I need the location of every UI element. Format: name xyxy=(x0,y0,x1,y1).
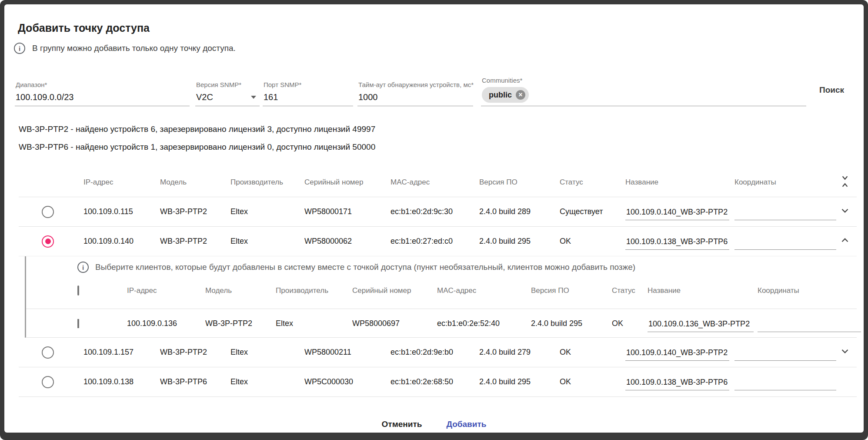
info-icon xyxy=(77,262,89,273)
cell-mac: ec:b1:e0:27:ed:c0 xyxy=(391,237,479,246)
community-chip-text: public xyxy=(489,91,512,100)
add-button[interactable]: Добавить xyxy=(444,418,489,431)
radio-select-ap-checked[interactable] xyxy=(42,235,54,248)
header-ip: IP-адрес xyxy=(127,286,205,295)
clients-header-row: IP-адрес Модель Производитель Серийный н… xyxy=(26,273,857,309)
snmp-port-value[interactable]: 161 xyxy=(264,92,278,102)
cell-ip: 100.109.0.138 xyxy=(83,377,160,386)
ap-name-input[interactable] xyxy=(625,378,729,390)
communities-field[interactable]: Communities* public xyxy=(481,74,806,106)
ap-name-input[interactable] xyxy=(625,237,729,250)
cell-fw: 2.4.0 build 295 xyxy=(531,319,612,328)
radio-select-ap[interactable] xyxy=(42,376,54,388)
cell-serial: WP58000062 xyxy=(304,237,391,246)
radio-select-ap[interactable] xyxy=(42,346,54,359)
radio-select-ap[interactable] xyxy=(42,206,54,218)
cell-ip: 100.109.0.136 xyxy=(127,319,205,328)
chevron-down-icon[interactable] xyxy=(839,205,851,216)
cell-ip: 100.109.0.115 xyxy=(83,207,160,216)
table-row: 100.109.1.157 WB-3P-PTP2 Eltex WP5800021… xyxy=(19,338,857,367)
cell-status: Существует xyxy=(560,207,625,216)
discovery-form: Диапазон* 100.109.0.0/23 Версия SNMP* V2… xyxy=(15,74,848,106)
ap-coords-input[interactable] xyxy=(734,237,836,250)
header-status: Статус xyxy=(560,178,625,187)
header-vendor: Производитель xyxy=(230,178,304,187)
header-vendor: Производитель xyxy=(276,286,352,295)
header-name: Название xyxy=(625,178,734,187)
header-mac: MAC-адрес xyxy=(437,286,531,295)
search-button[interactable]: Поиск xyxy=(819,85,844,95)
summary-line-ptp2: WB-3P-PTP2 - найдено устройств 6, зарезе… xyxy=(19,124,375,134)
ap-coords-input[interactable] xyxy=(734,208,836,220)
header-serial: Серийный номер xyxy=(304,178,391,187)
header-fw: Версия ПО xyxy=(479,178,560,187)
cell-mac: ec:b1:e0:2d:9e:b0 xyxy=(391,348,479,357)
cell-model: WB-3P-PTP2 xyxy=(160,237,230,246)
table-row: 100.109.0.115 WB-3P-PTP2 Eltex WP5800017… xyxy=(19,197,857,227)
cell-status: OK xyxy=(560,237,625,246)
header-status: Статус xyxy=(612,286,648,295)
chevron-up-icon[interactable] xyxy=(839,235,851,246)
snmp-version-label: Версия SNMP* xyxy=(196,81,241,88)
clients-info-row: Выберите клиентов, которые будут добавле… xyxy=(26,256,857,273)
cell-ip: 100.109.1.157 xyxy=(83,348,160,357)
header-model: Модель xyxy=(205,286,276,295)
cell-fw: 2.4.0 build 279 xyxy=(479,348,560,357)
collapse-all-icon[interactable] xyxy=(839,175,857,190)
snmp-version-select[interactable]: Версия SNMP* V2C xyxy=(195,74,260,106)
range-value[interactable]: 100.109.0.0/23 xyxy=(16,92,73,102)
dialog-title: Добавить точку доступа xyxy=(18,22,150,34)
clients-section: Выберите клиентов, которые будут добавле… xyxy=(25,256,857,338)
cell-fw: 2.4.0 build 295 xyxy=(479,377,560,386)
cell-mac: ec:b1:e0:2e:52:40 xyxy=(437,319,531,328)
range-field[interactable]: Диапазон* 100.109.0.0/23 xyxy=(15,74,190,106)
cell-status: OK xyxy=(560,348,625,357)
cell-serial: WP58000697 xyxy=(352,319,437,328)
snmp-version-value[interactable]: V2C xyxy=(196,92,213,102)
header-coords: Координаты xyxy=(758,286,862,295)
ap-name-input[interactable] xyxy=(625,348,729,361)
table-row-selected: 100.109.0.140 WB-3P-PTP2 Eltex WP5800006… xyxy=(19,227,857,256)
cancel-button[interactable]: Отменить xyxy=(379,418,425,431)
cell-vendor: Eltex xyxy=(230,377,304,386)
table-header-row: IP-адрес Модель Производитель Серийный н… xyxy=(19,168,857,197)
chevron-down-icon[interactable] xyxy=(839,346,851,357)
client-checkbox[interactable] xyxy=(77,319,79,328)
clients-info-text: Выберите клиентов, которые будут добавле… xyxy=(95,262,635,272)
ap-coords-input[interactable] xyxy=(734,378,836,390)
timeout-field[interactable]: Тайм-аут обнаружения устройств, мс* 1000 xyxy=(357,74,473,106)
cell-mac: ec:b1:e0:2d:9c:30 xyxy=(391,207,479,216)
range-label: Диапазон* xyxy=(16,81,47,88)
client-name-input[interactable] xyxy=(648,319,754,332)
header-serial: Серийный номер xyxy=(352,286,437,295)
header-fw: Версия ПО xyxy=(531,286,612,295)
dropdown-caret-icon[interactable] xyxy=(251,96,256,99)
ap-coords-input[interactable] xyxy=(734,348,836,361)
cell-fw: 2.4.0 build 289 xyxy=(479,207,560,216)
cell-model: WB-3P-PTP2 xyxy=(160,348,230,357)
table-row: 100.109.0.138 WB-3P-PTP6 Eltex WP5C00003… xyxy=(19,367,857,397)
client-coords-input[interactable] xyxy=(758,319,861,332)
header-coords: Координаты xyxy=(734,178,839,187)
discovery-summary: WB-3P-PTP2 - найдено устройств 6, зарезе… xyxy=(19,124,375,160)
dialog-actions: Отменить Добавить xyxy=(4,418,864,431)
cell-vendor: Eltex xyxy=(230,207,304,216)
header-ip: IP-адрес xyxy=(83,178,160,187)
cell-ip: 100.109.0.140 xyxy=(83,237,160,246)
communities-label: Communities* xyxy=(482,77,522,84)
cell-status: OK xyxy=(612,319,648,328)
client-row: 100.109.0.136 WB-3P-PTP2 Eltex WP5800069… xyxy=(26,309,857,338)
cell-fw: 2.4.0 build 295 xyxy=(479,237,560,246)
cell-model: WB-3P-PTP2 xyxy=(205,319,276,328)
info-icon xyxy=(14,43,25,54)
header-model: Модель xyxy=(160,178,230,187)
add-access-point-dialog: Добавить точку доступа В группу можно до… xyxy=(4,4,864,433)
timeout-value[interactable]: 1000 xyxy=(358,92,378,102)
cell-serial: WP5C000030 xyxy=(304,377,391,386)
snmp-port-field[interactable]: Порт SNMP* 161 xyxy=(263,74,353,106)
remove-community-icon[interactable] xyxy=(516,90,525,100)
dialog-info-text: В группу можно добавить только одну точк… xyxy=(32,44,236,53)
select-all-clients-checkbox[interactable] xyxy=(77,285,79,296)
ap-name-input[interactable] xyxy=(625,208,729,220)
community-chip[interactable]: public xyxy=(482,87,529,103)
